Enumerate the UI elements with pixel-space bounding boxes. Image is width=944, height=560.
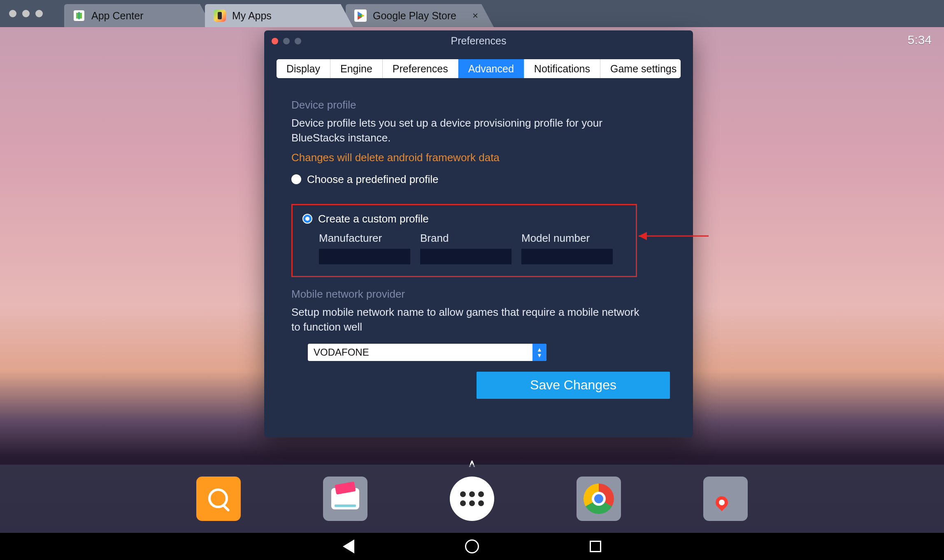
network-description: Setup mobile network name to allow games… [291, 305, 645, 335]
nav-home-button[interactable] [464, 538, 480, 555]
preferences-titlebar[interactable]: Preferences [264, 30, 693, 52]
wallet-icon [331, 488, 359, 509]
pref-tab-engine[interactable]: Engine [330, 59, 383, 78]
traffic-minimize-icon[interactable] [22, 10, 30, 17]
pref-tab-advanced[interactable]: Advanced [458, 59, 524, 78]
chrome-icon [584, 484, 614, 514]
play-store-icon [354, 9, 367, 22]
device-profile-header: Device profile [291, 99, 666, 111]
dock-app-launcher[interactable] [450, 477, 494, 521]
pref-tab-label: Engine [340, 63, 372, 75]
bluestacks-icon [213, 9, 226, 22]
radio-icon[interactable] [291, 174, 301, 184]
dock [0, 465, 944, 533]
network-provider-select[interactable]: VODAFONE ▲▼ [308, 344, 546, 361]
window-zoom-icon[interactable] [295, 38, 301, 44]
recents-icon [590, 541, 601, 552]
tab-label: My Apps [232, 10, 272, 22]
model-input[interactable] [521, 249, 613, 264]
predefined-profile-label: Choose a predefined profile [307, 173, 438, 186]
close-icon[interactable]: × [472, 10, 478, 21]
model-label: Model number [521, 232, 613, 245]
select-chevron-icon[interactable]: ▲▼ [532, 344, 546, 361]
device-profile-description: Device profile lets you set up a device … [291, 116, 645, 146]
window-close-icon[interactable] [272, 38, 278, 44]
preferences-body: Device profile Device profile lets you s… [264, 78, 693, 399]
tab-label: App Center [91, 10, 143, 22]
network-provider-value: VODAFONE [308, 344, 532, 361]
predefined-profile-option[interactable]: Choose a predefined profile [291, 173, 666, 186]
traffic-close-icon[interactable] [9, 10, 16, 17]
pref-tab-preferences[interactable]: Preferences [383, 59, 458, 78]
dock-app-search[interactable] [196, 477, 241, 521]
home-icon [465, 539, 479, 553]
window-controls [272, 38, 301, 44]
manufacturer-label: Manufacturer [319, 232, 410, 245]
window-chrome: App Center My Apps Google Play Store × [0, 0, 944, 27]
pref-tab-label: Advanced [468, 63, 514, 75]
pref-tab-label: Game settings [610, 63, 677, 75]
radio-icon[interactable] [302, 214, 312, 224]
nav-recents-button[interactable] [587, 538, 604, 555]
pref-tab-label: Display [286, 63, 320, 75]
dock-app-chrome[interactable] [577, 477, 621, 521]
pref-tab-label: Preferences [393, 63, 448, 75]
tab-label: Google Play Store [373, 10, 456, 22]
preferences-tab-bar: Display Engine Preferences Advanced Noti… [277, 59, 681, 78]
android-nav-bar [0, 533, 944, 560]
manufacturer-input[interactable] [319, 249, 410, 264]
traffic-zoom-icon[interactable] [35, 10, 43, 17]
custom-profile-highlight: Create a custom profile Manufacturer Bra… [291, 204, 637, 277]
status-bar-clock: 5:34 [908, 33, 932, 47]
preferences-title: Preferences [451, 35, 507, 47]
preferences-window: Preferences Display Engine Preferences A… [264, 30, 693, 437]
back-icon [343, 539, 354, 553]
network-header: Mobile network provider [291, 288, 666, 301]
dock-app-maps[interactable] [703, 477, 748, 521]
tab-my-apps[interactable]: My Apps [205, 4, 353, 27]
browser-tabs: App Center My Apps Google Play Store × [52, 0, 486, 27]
pref-tab-display[interactable]: Display [277, 59, 330, 78]
traffic-lights [0, 0, 52, 27]
brand-input[interactable] [420, 249, 512, 264]
nav-back-button[interactable] [340, 538, 357, 555]
brand-label: Brand [420, 232, 512, 245]
custom-profile-label: Create a custom profile [318, 213, 429, 225]
save-changes-button[interactable]: Save Changes [477, 372, 670, 399]
pref-tab-label: Notifications [534, 63, 590, 75]
custom-profile-option[interactable]: Create a custom profile [302, 213, 626, 225]
svg-rect-3 [218, 12, 222, 19]
save-label: Save Changes [530, 377, 616, 393]
tab-google-play[interactable]: Google Play Store × [346, 4, 494, 27]
tab-app-center[interactable]: App Center [64, 4, 212, 27]
pref-tab-game-settings[interactable]: Game settings [600, 59, 681, 78]
search-icon [207, 488, 230, 510]
pref-tab-notifications[interactable]: Notifications [524, 59, 600, 78]
device-profile-warning: Changes will delete android framework da… [291, 151, 666, 164]
app-drawer-icon [460, 491, 484, 506]
window-minimize-icon[interactable] [283, 38, 290, 44]
app-center-icon [72, 9, 86, 22]
dock-app-wallet[interactable] [323, 477, 367, 521]
